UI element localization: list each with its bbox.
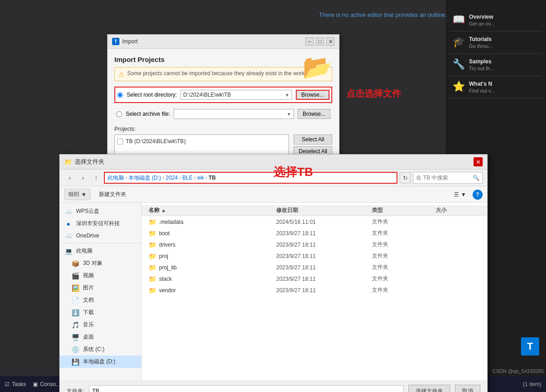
import-dialog-controls: ─ □ ✕ [305,37,335,46]
fc-new-folder-btn[interactable]: 新建文件夹 [95,189,130,200]
fc-search-input[interactable] [416,175,471,181]
overview-icon: 📖 [453,14,465,26]
fc-help-btn[interactable]: ? [473,190,483,200]
annotation-select-tb-text: 选择TB [273,164,313,180]
fc-title-text: 📁 选择文件夹 [64,158,104,166]
desktop-icon: 🖥️ [71,334,79,341]
select-root-row: Select root directory: D:\2024\BLE\wk\TB… [114,87,332,103]
tutorials-item[interactable]: 🎓 Tutorials Go throu... [450,31,541,54]
fc-up-btn[interactable]: ↑ [91,172,102,183]
sidebar-docs-label: 文档 [83,296,94,304]
folder-icon: 📁 [149,287,156,294]
file-row[interactable]: 📁 stack 2023/9/27 18:11 文件夹 [142,273,487,284]
samples-item[interactable]: 🔧 Samples Try out th... [450,54,541,76]
col-size-header[interactable]: 大小 [436,206,480,214]
anxin-icon: ● [64,220,72,227]
col-name-header[interactable]: 名称 ▲ [149,206,276,214]
sidebar-pictures[interactable]: 🖼️ 图片 [60,282,141,294]
fc-path-drive[interactable]: 本地磁盘 (D:) [129,174,161,182]
sidebar-3d[interactable]: 📦 3D 对象 [60,257,141,269]
file-name-cell: 📁 proj_lib [149,264,276,271]
fc-filename-input[interactable] [89,385,404,392]
fc-back-btn[interactable]: ‹ [64,172,75,183]
root-browse-btn[interactable]: Browse... [296,90,330,100]
select-archive-radio[interactable] [116,111,122,117]
fc-path-2024[interactable]: 2024 [165,175,178,181]
import-minimize-btn[interactable]: ─ [305,37,314,46]
watermark: CSDN @qq_54193285 [492,368,544,374]
fc-org-label: 组织 [68,191,79,198]
sidebar-downloads[interactable]: ⬇️ 下载 [60,306,141,319]
fc-org-btn[interactable]: 组织 ▼ [64,189,91,200]
import-close-btn[interactable]: ✕ [326,37,335,46]
select-root-radio[interactable] [117,92,123,98]
console-item[interactable]: ▣ Conso... [33,381,61,387]
path-combo-arrow-icon: ▼ [285,93,289,98]
sidebar-d-drive[interactable]: 💾 本地磁盘 (D:) [60,356,141,368]
tutorials-icon: 🎓 [453,36,465,48]
file-date-cell: 2023/9/27 18:11 [276,287,372,294]
fc-path-ble[interactable]: BLE [182,175,193,181]
sidebar-anxin[interactable]: ● 深圳市安信可科技 [60,217,141,230]
fc-search-box[interactable]: 🔍 [413,172,483,184]
folder-icon: 📁 [149,264,156,271]
file-name-cell: 📁 proj [149,253,276,260]
import-dialog: T Import ─ □ ✕ 📂 Import Projects ⚠ Some … [107,34,340,162]
tasks-checkbox-icon: ☑ [5,381,10,387]
fc-refresh-btn[interactable]: ↻ [400,172,411,183]
fc-path-wk[interactable]: wk [197,175,204,181]
sidebar-this-pc[interactable]: 💻 此电脑 [60,245,141,257]
downloads-icon: ⬇️ [71,309,79,316]
fc-path-tb[interactable]: TB [208,175,216,181]
archive-browse-btn[interactable]: Browse... [298,109,330,119]
file-row[interactable]: 📁 boot 2023/9/27 18:11 文件夹 [142,227,487,239]
fc-path-bar[interactable]: 此电脑 › 本地磁盘 (D:) › 2024 › BLE › wk › TB [104,172,397,184]
file-row[interactable]: 📁 proj_lib 2023/9/27 18:11 文件夹 [142,262,487,273]
col-date-header[interactable]: 修改日期 [276,206,372,214]
sidebar-c-drive[interactable]: 💿 系统 (C:) [60,343,141,356]
col-type-header[interactable]: 类型 [372,206,436,214]
archive-path-combo[interactable]: ▼ [174,109,294,119]
file-row[interactable]: 📁 proj 2023/9/27 18:11 文件夹 [142,250,487,262]
sidebar-music-label: 音乐 [83,321,94,329]
select-all-btn[interactable]: Select All [294,134,332,144]
fc-view-icon: ☰ [454,191,459,198]
tasks-item[interactable]: ☑ Tasks [5,381,26,387]
root-path-combo[interactable]: D:\2024\BLE\wk\TB ▼ [180,90,292,100]
fc-cancel-btn[interactable]: 取消 [455,385,480,392]
sidebar-music[interactable]: 🎵 音乐 [60,319,141,331]
fc-sep-4: › [194,175,196,181]
import-maximize-btn[interactable]: □ [316,37,324,46]
file-name-text: boot [159,230,170,237]
whats-new-item[interactable]: ⭐ What's N Find out v... [450,76,541,98]
fc-view-btn[interactable]: ☰ ▼ [451,190,469,199]
file-name-cell: 📁 vendor [149,287,276,294]
sidebar-wps[interactable]: ☁️ WPS云盘 [60,205,141,217]
sidebar-docs[interactable]: 📄 文档 [60,294,141,306]
file-type-cell: 文件夹 [372,263,436,271]
fc-path-computer[interactable]: 此电脑 [108,174,124,182]
fc-filename-label: 文件夹: [67,387,84,392]
sidebar-desktop[interactable]: 🖥️ 桌面 [60,331,141,343]
project-checkbox[interactable] [117,139,123,144]
file-name-text: .metadata [159,219,183,225]
sidebar-desktop-label: 桌面 [83,333,94,341]
file-date-cell: 2023/9/27 18:11 [276,230,372,237]
sidebar-video-label: 视频 [83,272,94,279]
fc-body: ☁️ WPS云盘 ● 深圳市安信可科技 ☁️ OneDrive 💻 此电脑 📦 … [60,203,487,381]
fc-close-btn[interactable]: ✕ [474,157,483,166]
file-row[interactable]: 📁 vendor 2023/9/27 18:11 文件夹 [142,284,487,296]
console-label: Conso... [40,381,61,387]
file-date-cell: 2023/9/27 18:11 [276,264,372,271]
project-item: TB (D:\2024\BLE\wk\TB) [117,137,286,145]
sidebar-onedrive[interactable]: ☁️ OneDrive [60,230,141,242]
fc-filelist: 名称 ▲ 修改日期 类型 大小 📁 .metadata 2024/5/16 11… [142,203,487,381]
fc-ok-btn[interactable]: 选择文件夹 [408,385,450,392]
fc-forward-btn[interactable]: › [77,172,88,183]
file-row[interactable]: 📁 .metadata 2024/5/16 11:01 文件夹 [142,216,487,227]
fc-org-dropdown-icon: ▼ [81,191,87,198]
fc-sep-5: › [205,175,207,181]
file-row[interactable]: 📁 drivers 2023/9/27 18:11 文件夹 [142,239,487,250]
overview-item[interactable]: 📖 Overview Get an ov... [450,9,541,31]
sidebar-video[interactable]: 🎬 视频 [60,269,141,282]
